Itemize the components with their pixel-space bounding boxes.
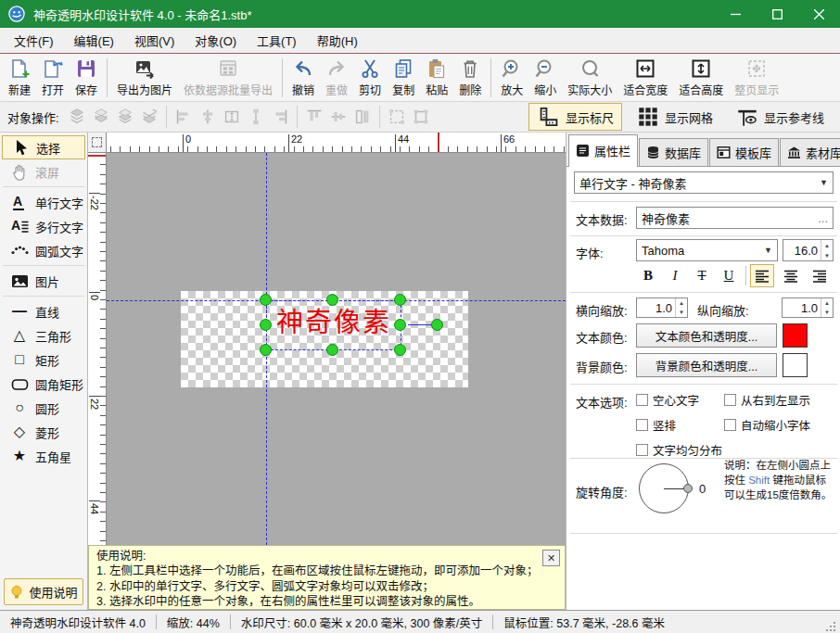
tool-image[interactable]: 图片 [2,269,85,293]
tool-triangle[interactable]: △ 三角形 [2,323,85,348]
font-size-spinner[interactable]: 16.0 ▲▼ [783,239,834,261]
spin-down-icon[interactable]: ▼ [676,308,687,317]
usage-help-button[interactable]: 使用说明 [4,578,83,605]
underline-button[interactable]: U [717,264,741,287]
tab-templates[interactable]: 模板库 [709,138,779,166]
resize-handle-ne[interactable] [394,294,406,306]
menu-tools[interactable]: 工具(T) [247,28,307,53]
scale-h-spinner[interactable]: 1.0 ▲▼ [636,298,688,318]
new-button[interactable]: 新建 [3,56,36,100]
show-grid-toggle[interactable]: 显示网格 [628,103,721,131]
menu-edit[interactable]: 编辑(E) [64,28,124,53]
spin-down-icon[interactable]: ▼ [821,250,833,260]
toolbar-separator [490,58,491,97]
bg-color-swatch[interactable] [783,353,808,377]
spin-up-icon[interactable]: ▲ [676,298,687,308]
resize-handle-s[interactable] [326,344,338,356]
horizontal-ruler[interactable]: 0 22 44 66 [107,133,566,153]
tool-line[interactable]: — 直线 [2,299,85,323]
object-selector-dropdown[interactable]: 单行文字 - 神奇像素 ▼ [574,171,834,194]
minimize-button[interactable] [715,0,757,28]
checkbox-vertical-text[interactable]: 竖排 [636,416,676,434]
scale-v-spinner[interactable]: 1.0 ▲▼ [782,298,834,318]
checkbox-icon [636,419,648,431]
align-center-button[interactable] [779,264,803,287]
rotation-dial-handle[interactable] [683,484,693,493]
checkbox-right-to-left[interactable]: 从右到左显示 [724,391,810,409]
font-family-dropdown[interactable]: Tahoma ▼ [636,239,778,261]
spin-down-icon[interactable]: ▼ [821,308,833,317]
tool-arc-text[interactable]: 圆弧文字 [2,238,85,262]
rotation-value: 0 [699,482,706,496]
resize-handle-nw[interactable] [260,294,272,306]
ruler-label: -22 [89,193,100,210]
menu-help[interactable]: 帮助(H) [307,28,368,53]
checkbox-auto-shrink-font[interactable]: 自动缩小字体 [724,416,810,434]
zoom-in-button[interactable]: 放大 [495,56,528,100]
italic-button[interactable]: I [663,264,687,287]
text-color-swatch[interactable] [783,323,808,348]
save-button[interactable]: 保存 [70,56,103,100]
resize-handle-n[interactable] [326,294,338,306]
paste-button[interactable]: 粘贴 [420,56,453,100]
resize-handle-w[interactable] [260,319,272,331]
tab-properties[interactable]: 属性栏 [568,134,638,167]
cut-button[interactable]: 剪切 [353,56,387,100]
open-button[interactable]: 打开 [36,56,70,100]
text-data-input[interactable]: 神奇像素 ... [636,207,834,229]
tab-database[interactable]: 数据库 [639,138,708,166]
fit-width-button[interactable]: 适合宽度 [617,56,673,100]
ruler-label: 66 [501,134,515,152]
resize-handle-se[interactable] [394,344,406,356]
canvas-viewport[interactable]: 神奇像素 [107,153,566,545]
spin-up-icon[interactable]: ▲ [821,298,833,308]
vertical-ruler[interactable]: -22 0 22 44 [88,153,107,545]
rotation-handle[interactable] [431,319,443,331]
tool-diamond[interactable]: ◇ 菱形 [2,420,85,444]
show-ruler-toggle[interactable]: 显示标尺 [528,103,622,131]
bg-color-button[interactable]: 背景颜色和透明度... [636,353,777,377]
tool-rectangle[interactable]: □ 矩形 [2,348,85,372]
checkbox-hollow-text[interactable]: 空心文字 [636,391,699,409]
checkbox-even-distribution[interactable]: 文字均匀分布 [636,441,722,459]
resize-handle-e[interactable] [394,319,406,331]
close-icon[interactable]: ✕ [542,550,560,566]
delete-button[interactable]: 删除 [453,56,487,100]
tool-rounded-rectangle[interactable]: 圆角矩形 [2,372,85,396]
tool-circle[interactable]: ○ 圆形 [2,396,85,420]
window-controls [715,0,840,28]
hand-icon [8,161,31,181]
app-logo-icon [8,6,25,22]
watermark-text-object[interactable]: 神奇像素 [266,306,401,339]
tool-select[interactable]: 选择 [2,135,85,159]
tab-materials[interactable]: 素材库 [780,138,840,166]
tool-multi-line-text[interactable]: A 多行文字 [2,214,85,238]
actual-size-button[interactable]: 实际大小 [562,56,617,100]
fit-height-button[interactable]: 适合高度 [673,56,729,100]
align-right-button[interactable] [808,264,832,287]
menu-view[interactable]: 视图(V) [124,28,185,53]
menu-object[interactable]: 对象(O) [185,28,247,53]
export-image-button[interactable]: 导出为图片 [111,56,178,100]
bold-button[interactable]: B [636,264,660,287]
text-color-button[interactable]: 文本颜色和透明度... [636,323,777,348]
trash-icon [459,57,481,80]
tool-star[interactable]: ★ 五角星 [2,444,85,468]
resize-grip[interactable] [824,620,837,633]
show-guides-toggle[interactable]: 显示参考线 [727,103,833,131]
tool-single-line-text[interactable]: A 单行文字 [2,190,85,214]
align-left-button[interactable] [750,264,774,287]
spin-up-icon[interactable]: ▲ [821,240,833,250]
equal-height-icon [352,107,373,127]
scale-h-label: 横向缩放: [576,301,628,319]
undo-button[interactable]: 撤销 [286,56,320,100]
close-button[interactable] [798,0,840,28]
group-icon [387,107,407,127]
maximize-button[interactable] [757,0,798,28]
zoom-out-button[interactable]: 缩小 [528,56,562,100]
ellipsis-button[interactable]: ... [818,211,828,225]
copy-button[interactable]: 复制 [387,56,420,100]
strikethrough-button[interactable]: T [690,264,714,287]
menu-file[interactable]: 文件(F) [4,28,64,53]
resize-handle-sw[interactable] [260,344,272,356]
